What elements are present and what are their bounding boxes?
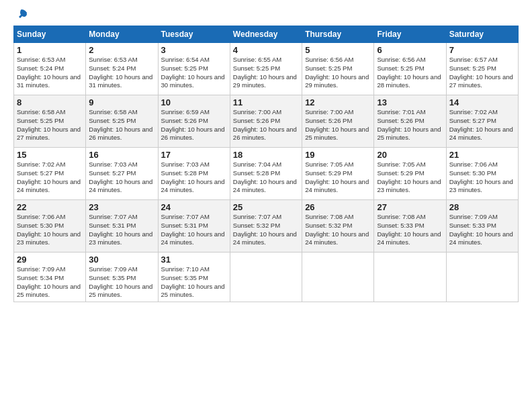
day-number: 4 (233, 45, 299, 55)
day-number: 30 (89, 255, 154, 265)
day-number: 13 (377, 97, 443, 107)
table-cell: 22 Sunrise: 7:06 AM Sunset: 5:30 PM Dayl… (14, 200, 86, 253)
day-detail: Sunrise: 7:01 AM Sunset: 5:26 PM Dayligh… (377, 108, 443, 142)
table-cell: 13 Sunrise: 7:01 AM Sunset: 5:26 PM Dayl… (374, 95, 446, 148)
day-detail: Sunrise: 6:56 AM Sunset: 5:25 PM Dayligh… (305, 56, 371, 90)
header (13, 11, 519, 21)
header-wednesday: Wednesday (230, 26, 302, 43)
header-tuesday: Tuesday (158, 26, 230, 43)
day-detail: Sunrise: 7:02 AM Sunset: 5:27 PM Dayligh… (449, 108, 515, 142)
table-cell: 14 Sunrise: 7:02 AM Sunset: 5:27 PM Dayl… (446, 95, 518, 148)
calendar-table: Sunday Monday Tuesday Wednesday Thursday… (13, 26, 519, 302)
table-cell: 24 Sunrise: 7:07 AM Sunset: 5:31 PM Dayl… (158, 200, 230, 253)
day-detail: Sunrise: 7:05 AM Sunset: 5:29 PM Dayligh… (377, 161, 443, 195)
table-cell: 26 Sunrise: 7:08 AM Sunset: 5:32 PM Dayl… (302, 200, 374, 253)
day-number: 2 (89, 45, 154, 55)
day-detail: Sunrise: 6:53 AM Sunset: 5:24 PM Dayligh… (89, 56, 154, 90)
page: Sunday Monday Tuesday Wednesday Thursday… (0, 0, 532, 309)
table-cell: 19 Sunrise: 7:05 AM Sunset: 5:29 PM Dayl… (302, 148, 374, 200)
day-number: 18 (233, 150, 299, 160)
day-number: 31 (161, 255, 227, 265)
table-cell: 25 Sunrise: 7:07 AM Sunset: 5:32 PM Dayl… (230, 200, 302, 253)
day-number: 27 (377, 202, 443, 212)
day-detail: Sunrise: 7:06 AM Sunset: 5:30 PM Dayligh… (449, 161, 515, 195)
day-detail: Sunrise: 7:05 AM Sunset: 5:29 PM Dayligh… (305, 161, 371, 195)
day-number: 3 (161, 45, 227, 55)
table-cell: 2 Sunrise: 6:53 AM Sunset: 5:24 PM Dayli… (86, 43, 158, 95)
table-cell (230, 253, 302, 302)
day-detail: Sunrise: 6:53 AM Sunset: 5:24 PM Dayligh… (17, 56, 83, 90)
day-detail: Sunrise: 7:07 AM Sunset: 5:31 PM Dayligh… (89, 213, 154, 247)
table-cell: 9 Sunrise: 6:58 AM Sunset: 5:25 PM Dayli… (86, 95, 158, 148)
table-cell: 18 Sunrise: 7:04 AM Sunset: 5:28 PM Dayl… (230, 148, 302, 200)
day-number: 7 (449, 45, 515, 55)
day-number: 14 (449, 97, 515, 107)
table-cell: 6 Sunrise: 6:56 AM Sunset: 5:25 PM Dayli… (374, 43, 446, 95)
day-detail: Sunrise: 7:10 AM Sunset: 5:35 PM Dayligh… (161, 265, 227, 300)
day-number: 25 (233, 202, 299, 212)
day-detail: Sunrise: 6:55 AM Sunset: 5:25 PM Dayligh… (233, 56, 299, 90)
table-cell: 3 Sunrise: 6:54 AM Sunset: 5:25 PM Dayli… (158, 43, 230, 95)
day-number: 28 (449, 202, 515, 212)
day-detail: Sunrise: 6:58 AM Sunset: 5:25 PM Dayligh… (89, 108, 154, 142)
table-cell: 12 Sunrise: 7:00 AM Sunset: 5:26 PM Dayl… (302, 95, 374, 148)
table-cell: 27 Sunrise: 7:08 AM Sunset: 5:33 PM Dayl… (374, 200, 446, 253)
day-detail: Sunrise: 7:03 AM Sunset: 5:27 PM Dayligh… (89, 161, 154, 195)
table-cell: 1 Sunrise: 6:53 AM Sunset: 5:24 PM Dayli… (14, 43, 86, 95)
logo-bird-icon (15, 8, 28, 21)
table-cell: 31 Sunrise: 7:10 AM Sunset: 5:35 PM Dayl… (158, 253, 230, 302)
day-number: 8 (17, 97, 83, 107)
table-cell: 10 Sunrise: 6:59 AM Sunset: 5:26 PM Dayl… (158, 95, 230, 148)
day-number: 17 (161, 150, 227, 160)
day-detail: Sunrise: 7:03 AM Sunset: 5:28 PM Dayligh… (161, 161, 227, 195)
table-cell: 17 Sunrise: 7:03 AM Sunset: 5:28 PM Dayl… (158, 148, 230, 200)
day-detail: Sunrise: 6:57 AM Sunset: 5:25 PM Dayligh… (449, 56, 515, 90)
day-number: 16 (89, 150, 154, 160)
day-detail: Sunrise: 7:08 AM Sunset: 5:33 PM Dayligh… (377, 213, 443, 247)
day-number: 19 (305, 150, 371, 160)
table-cell: 30 Sunrise: 7:09 AM Sunset: 5:35 PM Dayl… (86, 253, 158, 302)
table-cell (374, 253, 446, 302)
day-number: 24 (161, 202, 227, 212)
table-cell: 8 Sunrise: 6:58 AM Sunset: 5:25 PM Dayli… (14, 95, 86, 148)
day-number: 29 (17, 255, 83, 265)
day-number: 10 (161, 97, 227, 107)
day-number: 9 (89, 97, 154, 107)
day-number: 11 (233, 97, 299, 107)
table-cell: 20 Sunrise: 7:05 AM Sunset: 5:29 PM Dayl… (374, 148, 446, 200)
day-detail: Sunrise: 6:59 AM Sunset: 5:26 PM Dayligh… (161, 108, 227, 142)
table-cell: 11 Sunrise: 7:00 AM Sunset: 5:26 PM Dayl… (230, 95, 302, 148)
day-number: 21 (449, 150, 515, 160)
table-cell: 28 Sunrise: 7:09 AM Sunset: 5:33 PM Dayl… (446, 200, 518, 253)
header-sunday: Sunday (14, 26, 86, 43)
day-number: 12 (305, 97, 371, 107)
day-number: 15 (17, 150, 83, 160)
table-cell: 5 Sunrise: 6:56 AM Sunset: 5:25 PM Dayli… (302, 43, 374, 95)
table-cell: 4 Sunrise: 6:55 AM Sunset: 5:25 PM Dayli… (230, 43, 302, 95)
day-number: 1 (17, 45, 83, 55)
table-cell: 15 Sunrise: 7:02 AM Sunset: 5:27 PM Dayl… (14, 148, 86, 200)
table-cell: 16 Sunrise: 7:03 AM Sunset: 5:27 PM Dayl… (86, 148, 158, 200)
day-detail: Sunrise: 7:07 AM Sunset: 5:31 PM Dayligh… (161, 213, 227, 247)
day-detail: Sunrise: 6:56 AM Sunset: 5:25 PM Dayligh… (377, 56, 443, 90)
day-detail: Sunrise: 7:00 AM Sunset: 5:26 PM Dayligh… (233, 108, 299, 142)
day-detail: Sunrise: 6:58 AM Sunset: 5:25 PM Dayligh… (17, 108, 83, 142)
table-cell: 21 Sunrise: 7:06 AM Sunset: 5:30 PM Dayl… (446, 148, 518, 200)
day-detail: Sunrise: 7:02 AM Sunset: 5:27 PM Dayligh… (17, 161, 83, 195)
day-number: 20 (377, 150, 443, 160)
table-cell (302, 253, 374, 302)
header-thursday: Thursday (302, 26, 374, 43)
day-number: 5 (305, 45, 371, 55)
day-number: 26 (305, 202, 371, 212)
day-number: 23 (89, 202, 154, 212)
day-number: 22 (17, 202, 83, 212)
header-monday: Monday (86, 26, 158, 43)
day-number: 6 (377, 45, 443, 55)
day-detail: Sunrise: 7:04 AM Sunset: 5:28 PM Dayligh… (233, 161, 299, 195)
day-detail: Sunrise: 7:09 AM Sunset: 5:34 PM Dayligh… (17, 265, 83, 300)
header-friday: Friday (374, 26, 446, 43)
day-detail: Sunrise: 7:07 AM Sunset: 5:32 PM Dayligh… (233, 213, 299, 247)
header-saturday: Saturday (446, 26, 518, 43)
day-detail: Sunrise: 7:00 AM Sunset: 5:26 PM Dayligh… (305, 108, 371, 142)
day-detail: Sunrise: 7:09 AM Sunset: 5:33 PM Dayligh… (449, 213, 515, 247)
